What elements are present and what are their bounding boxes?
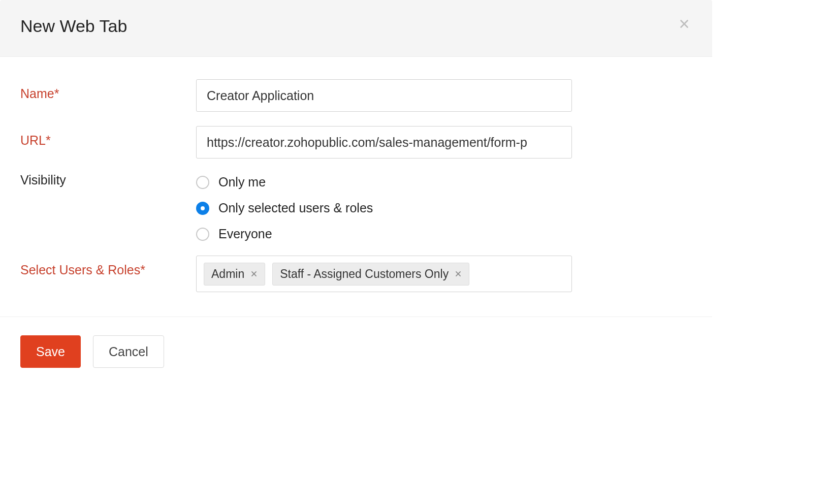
- visibility-label: Visibility: [20, 173, 196, 187]
- tag-staff: Staff - Assigned Customers Only: [272, 263, 469, 286]
- visibility-radio-group: Only me Only selected users & roles Ever…: [196, 173, 572, 241]
- visibility-row: Visibility Only me Only selected users &…: [20, 173, 692, 241]
- dialog-body: Name* URL* Visibility Only me: [0, 57, 712, 317]
- name-label: Name*: [20, 79, 196, 101]
- visibility-option-only-me[interactable]: Only me: [196, 175, 572, 190]
- url-row: URL*: [20, 126, 692, 159]
- dialog-footer: Save Cancel: [0, 317, 712, 382]
- name-row: Name*: [20, 79, 692, 112]
- radio-icon: [196, 176, 209, 189]
- dialog-header: New Web Tab: [0, 0, 712, 57]
- radio-label: Everyone: [218, 227, 272, 241]
- users-roles-label: Select Users & Roles*: [20, 256, 196, 277]
- radio-icon: [196, 202, 209, 215]
- cancel-button[interactable]: Cancel: [93, 335, 164, 368]
- close-icon: [679, 18, 690, 29]
- new-web-tab-dialog: New Web Tab Name* URL* Visibility: [0, 0, 712, 382]
- radio-label: Only me: [218, 175, 266, 190]
- name-input[interactable]: [196, 79, 572, 112]
- tag-admin: Admin: [204, 263, 265, 286]
- visibility-option-everyone[interactable]: Everyone: [196, 227, 572, 241]
- close-button[interactable]: [677, 16, 692, 32]
- users-roles-input[interactable]: Admin Staff - Assigned Customers Only: [196, 256, 572, 292]
- tag-remove-button[interactable]: [250, 270, 258, 277]
- close-icon: [250, 270, 258, 277]
- tag-label: Admin: [211, 267, 244, 281]
- dialog-title: New Web Tab: [20, 16, 127, 36]
- users-roles-row: Select Users & Roles* Admin Staff - A: [20, 256, 692, 292]
- url-input[interactable]: [196, 126, 572, 159]
- radio-icon: [196, 228, 209, 241]
- tag-remove-button[interactable]: [455, 270, 462, 277]
- radio-label: Only selected users & roles: [218, 201, 373, 215]
- tag-label: Staff - Assigned Customers Only: [280, 267, 449, 281]
- visibility-option-selected-users[interactable]: Only selected users & roles: [196, 201, 572, 215]
- url-label: URL*: [20, 126, 196, 148]
- close-icon: [455, 270, 462, 277]
- save-button[interactable]: Save: [20, 335, 81, 368]
